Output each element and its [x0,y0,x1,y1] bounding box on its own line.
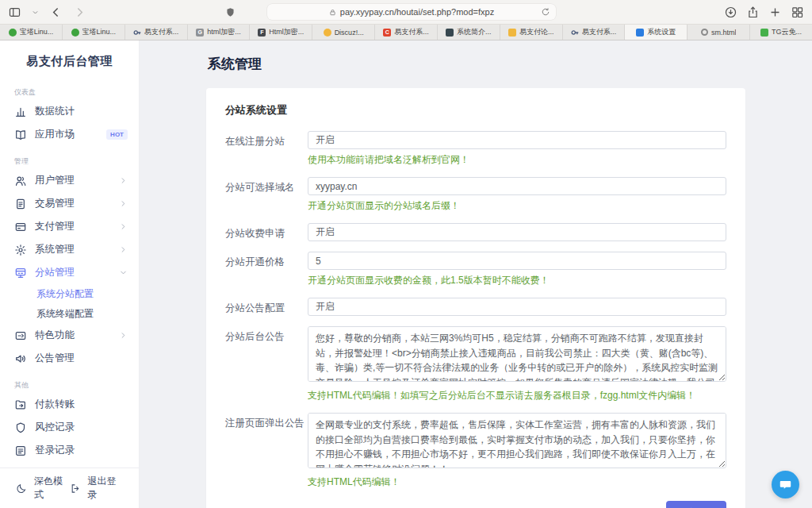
form-input[interactable] [308,252,726,270]
browser-toolbar: pay.xyypay.cn/houtai/set.php?mod=fxpz [0,0,812,24]
new-tab-icon[interactable] [768,6,782,19]
logout-label: 退出登录 [87,475,123,502]
form-textarea[interactable] [308,326,726,382]
sidebar-item[interactable]: 支付管理 [0,215,139,238]
sidebar-item-label: 登录记录 [35,444,75,457]
forward-icon[interactable] [73,6,86,19]
chevron-right-icon [119,176,128,185]
browser-tab[interactable]: FHtml加密... [250,25,312,40]
sidebar-item[interactable]: 特色功能 [0,324,139,347]
chevron-down-icon[interactable] [32,9,39,16]
field-label: 注册页面弹出公告 [225,413,308,489]
sidebar-nav: 仪表盘数据统计应用市场HOT管理用户管理交易管理支付管理系统管理分站管理系统分站… [0,74,139,468]
browser-tab[interactable]: 易支付系... [125,25,188,40]
tab-label: 易支付系... [144,27,179,37]
key-favicon [133,29,141,37]
sidebar-item[interactable]: 风控记录 [0,416,139,439]
dark-mode-toggle[interactable]: 深色模式 [16,475,70,502]
sidebar-item-label: 用户管理 [35,174,75,187]
browser-tab[interactable]: 系统设置 [625,25,688,40]
url-text: pay.xyypay.cn/houtai/set.php?mod=fxpz [340,7,494,17]
field-label: 分站公告配置 [225,298,308,316]
sidebar-item[interactable]: 交易管理 [0,192,139,215]
field-hint: 开通分站页面显示收费的金额，此1.5版本暂时不能收费！ [308,274,726,287]
main-content: 系统管理 分站系统设置 在线注册分站使用本功能前请把域名泛解析到官网！分站可选择… [140,40,812,508]
sidebar-item-label: 系统管理 [35,243,75,256]
sidebar-item-label: 分站管理 [35,266,75,279]
form-input[interactable] [308,177,726,195]
field-hint: 支持HTML代码编辑！ [308,475,726,489]
privacy-shield-icon[interactable] [225,6,236,18]
sidebar-item[interactable]: 分站管理 [0,261,139,284]
tab-label: 系统简介... [457,27,492,37]
sidebar-item[interactable]: 登录记录 [0,439,139,462]
sidebar-subitem[interactable]: 系统终端配置 [0,304,139,324]
card-icon [14,221,27,233]
chevron-right-icon [119,222,128,231]
form-row: 分站收费申请 [225,223,726,241]
sidebar-item[interactable]: 付款转账 [0,393,139,416]
html-encrypt-favicon: G [196,29,204,37]
browser-tab[interactable]: 易支付论... [500,25,563,40]
share-icon[interactable] [746,6,760,19]
sidebar-item[interactable]: 系统管理 [0,238,139,261]
address-bar[interactable]: pay.xyypay.cn/houtai/set.php?mod=fxpz [267,4,556,20]
logout-button[interactable]: 退出登录 [70,475,124,502]
browser-tab[interactable]: Discuz!... [312,25,375,40]
chevron-down-icon [119,268,128,277]
tab-label: 宝塔Linu... [20,27,54,37]
sidebar-item[interactable]: 用户管理 [0,169,139,192]
sidebar-item-label: 支付管理 [35,220,75,233]
epay-favicon: C [383,29,391,37]
sites-icon [14,267,27,279]
tab-label: 宝塔Linu... [82,27,117,37]
sidebar-section-header: 管理 [0,146,139,169]
sidebar-toggle-icon[interactable] [8,6,21,19]
form-input[interactable] [308,223,726,241]
baota-favicon [71,29,79,37]
browser-tab[interactable]: 宝塔Linu... [0,25,63,40]
confirm-save-button[interactable]: 确定修改 [666,501,726,508]
tab-label: sm.html [711,29,737,37]
browser-tab[interactable]: Ghtml加密... [188,25,251,40]
sidebar-item[interactable]: 公告管理 [0,347,139,370]
sidebar-subitem[interactable]: 系统分站配置 [0,284,139,304]
form-textarea[interactable] [308,413,726,468]
form-input[interactable] [308,131,726,149]
field-hint: 开通分站页面显示的分站域名后缀！ [308,199,726,213]
users-icon [14,175,27,187]
browser-tab[interactable]: 易支付系... [563,25,626,40]
chevron-right-icon [119,199,128,208]
browser-tab[interactable]: TG云免... [750,25,812,40]
chat-widget-button[interactable] [772,471,799,498]
tab-label: 易支付系... [394,27,429,37]
logout-icon [70,483,81,495]
form-input[interactable] [308,298,726,316]
sidebar-item[interactable]: 应用市场HOT [0,123,139,146]
chat-bubble-icon [779,478,792,491]
tab-label: Html加密... [269,27,304,37]
megaphone-icon [14,352,27,365]
sidebar-item[interactable]: 数据统计 [0,100,139,123]
document-icon [14,198,27,210]
browser-tab[interactable]: 宝塔Linu... [63,25,125,40]
settings-favicon [636,29,644,37]
browser-tab[interactable]: 系统简介... [438,25,500,40]
sidebar-item-label: 公告管理 [35,352,75,365]
features-icon [14,329,27,342]
tab-overview-icon[interactable] [791,6,804,19]
sidebar-item-label: 风控记录 [35,421,75,434]
sidebar-section-header: 仪表盘 [0,77,139,100]
dark-mode-label: 深色模式 [34,475,70,502]
system-intro-favicon [446,29,454,37]
sidebar-item-label: 应用市场 [35,128,75,141]
tab-label: 易支付论... [519,27,554,37]
browser-tab[interactable]: sm.html [688,25,750,40]
reload-icon[interactable] [541,7,550,17]
browser-tab[interactable]: C易支付系... [375,25,438,40]
tab-label: Discuz!... [335,29,364,37]
sidebar-item-label: 特色功能 [35,329,75,342]
downloads-icon[interactable] [724,6,737,19]
field-hint: 使用本功能前请把域名泛解析到官网！ [308,153,726,167]
back-icon[interactable] [49,6,63,19]
